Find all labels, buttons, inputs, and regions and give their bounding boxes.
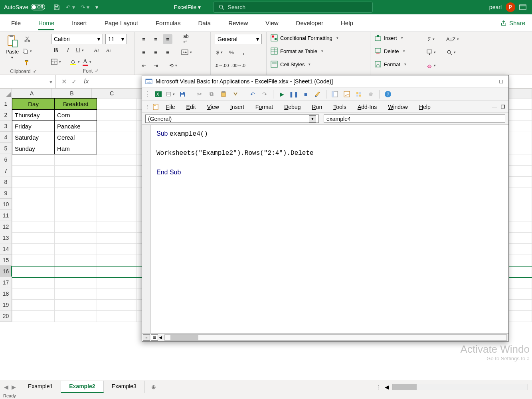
undo-icon[interactable]: ↶ [248,90,257,99]
cell[interactable] [97,177,136,188]
cell[interactable] [12,311,55,322]
cell[interactable] [55,288,97,300]
align-top-button[interactable]: ≡ [139,34,148,44]
undo-icon[interactable]: ↶ ▾ [66,4,75,10]
cell[interactable] [97,277,136,288]
cell[interactable] [97,121,136,132]
vba-code-pane[interactable]: Sub example4() Worksheets("Example2").Ro… [142,125,508,333]
row-header[interactable]: 1 [0,98,12,109]
ribbon-tab-data[interactable]: Data [189,16,220,30]
row-header[interactable]: 14 [0,243,12,255]
ribbon-tab-view[interactable]: View [257,16,287,30]
sheet-tab-example2[interactable]: Example2 [61,381,103,393]
properties-icon[interactable] [342,90,351,99]
redo-icon[interactable]: ↷ ▾ [81,4,90,10]
borders-button[interactable] [51,57,61,67]
save-icon[interactable] [178,90,187,99]
fill-button[interactable] [426,47,436,57]
cut-icon[interactable]: ✂ [195,90,204,99]
insert-cells-button[interactable]: Insert [374,34,418,42]
clipboard-launcher[interactable]: ⤢ [33,69,37,74]
vba-menu-format[interactable]: Format [250,102,279,112]
cell[interactable]: Corn [55,110,97,121]
align-left-button[interactable]: ≡ [139,47,148,57]
cell[interactable] [55,277,97,288]
cell[interactable] [12,288,55,300]
cell[interactable] [97,311,136,322]
increase-font-button[interactable]: A↑ [92,45,101,55]
procedure-view-icon[interactable]: ≡ [143,334,150,341]
cell[interactable] [97,244,136,255]
cell[interactable] [97,300,136,311]
cell[interactable] [55,311,97,322]
cell[interactable]: Saturday [12,132,55,143]
decrease-font-button[interactable]: A↓ [104,45,113,55]
cell[interactable] [55,199,97,210]
vba-editor-window[interactable]: vb Microsoft Visual Basic for Applicatio… [142,75,509,342]
vba-menu-insert[interactable]: Insert [225,102,250,112]
row-header[interactable]: 4 [0,132,12,143]
search-box[interactable]: Search [213,2,373,13]
cell[interactable] [12,177,55,188]
cell[interactable] [12,233,55,244]
find-select-button[interactable] [446,47,456,57]
doc-restore-icon[interactable]: ❐ [501,104,505,110]
ribbon-tab-formulas[interactable]: Formulas [147,16,190,30]
vba-hscrollbar[interactable] [164,334,507,341]
font-launcher[interactable]: ⤢ [95,68,99,74]
bold-button[interactable]: B [51,45,61,55]
cell[interactable] [12,188,55,199]
cell[interactable] [55,188,97,199]
align-center-button[interactable]: ≡ [151,47,160,57]
cell[interactable] [97,110,136,121]
cell[interactable] [97,288,136,300]
redo-icon[interactable]: ↷ [260,90,269,99]
ribbon-tab-developer[interactable]: Developer [287,16,332,30]
row-header[interactable]: 5 [0,143,12,154]
cell[interactable] [12,255,55,266]
cell[interactable]: Friday [12,121,55,132]
cell[interactable] [97,199,136,210]
row-header[interactable]: 19 [0,299,12,310]
find-icon[interactable] [231,90,240,99]
toolbox-icon[interactable] [366,90,375,99]
row-header[interactable]: 7 [0,165,12,176]
vba-object-dropdown[interactable]: (General)▼ [145,115,319,123]
run-icon[interactable]: ▶ [277,90,286,99]
delete-cells-button[interactable]: Delete [374,47,418,55]
ribbon-tab-review[interactable]: Review [220,16,257,30]
column-header[interactable]: A [12,89,52,98]
comma-format-button[interactable]: , [239,47,248,57]
cell[interactable] [97,132,136,143]
vba-menu-addins[interactable]: Add-Ins [352,102,382,112]
cell-styles-button[interactable]: Cell Styles [271,60,366,69]
row-header[interactable]: 6 [0,154,12,165]
vba-title-bar[interactable]: vb Microsoft Visual Basic for Applicatio… [142,75,508,87]
sheet-nav-arrows[interactable]: ◀▶ [0,384,20,390]
cell[interactable] [12,221,55,233]
cut-button[interactable] [22,34,32,44]
row-header[interactable]: 12 [0,221,12,232]
cell[interactable] [12,244,55,255]
column-header[interactable]: C [92,89,132,98]
ribbon-tab-home[interactable]: Home [30,16,63,30]
sheet-tab-example1[interactable]: Example1 [20,381,61,393]
row-header[interactable]: 3 [0,120,12,132]
cell[interactable] [97,99,136,110]
vba-menu-run[interactable]: Run [306,102,328,112]
maximize-icon[interactable]: □ [500,78,503,85]
format-as-table-button[interactable]: Format as Table [271,47,366,55]
cell[interactable] [97,221,136,233]
paste-button[interactable]: Paste ▾ [4,34,20,68]
cell[interactable] [55,210,97,221]
design-mode-icon[interactable] [313,90,322,99]
fill-color-button[interactable] [70,57,80,67]
cell[interactable] [55,266,97,277]
cell[interactable] [97,255,136,266]
autosave-toggle-group[interactable]: AutoSave Off [0,4,49,10]
vba-menu-window[interactable]: Window [382,102,413,112]
share-button[interactable]: Share [496,17,530,29]
clear-button[interactable] [426,61,436,70]
paste-icon[interactable] [219,90,228,99]
merge-button[interactable] [181,47,192,57]
